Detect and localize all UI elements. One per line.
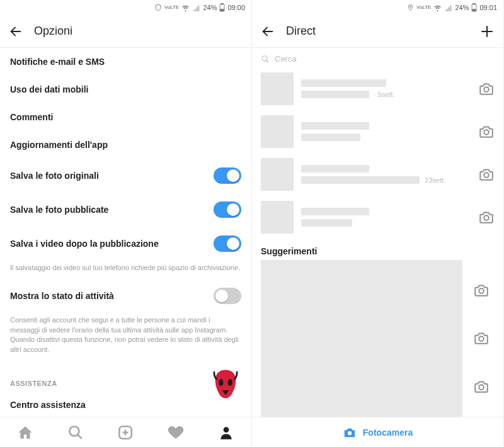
camera-icon[interactable] [478,166,495,183]
volte-indicator: VoLTE [164,5,179,10]
row-save-video: Salva i video dopo la pubblicazione [0,227,251,261]
dm-thread[interactable]: 23sett. [252,153,503,196]
thread-text [301,208,471,227]
row-data-usage[interactable]: Uso dei dati mobili [0,76,251,103]
svg-point-19 [262,55,267,60]
back-icon[interactable] [9,25,23,38]
mask-logo-icon [207,366,244,403]
suggestion-actions [462,260,503,417]
dm-thread[interactable] [252,196,503,239]
avatar [261,158,294,191]
label: Salva le foto originali [10,171,99,181]
battery-icon [471,3,477,12]
shield-icon [154,4,162,11]
toggle-activity-status[interactable] [214,288,241,304]
svg-point-23 [484,173,489,178]
suggestions-header: Suggerimenti [252,239,503,260]
wifi-icon [433,4,442,12]
avatar [261,72,294,105]
label: Centro assistenza [10,400,86,410]
svg-point-4 [219,379,223,386]
camera-button[interactable]: Fotocamera [252,417,503,447]
svg-point-25 [479,288,484,293]
svg-point-5 [228,379,232,386]
signal-icon [444,4,452,12]
label: Uso dei dati mobili [10,84,88,94]
svg-point-6 [69,426,79,436]
camera-icon[interactable] [473,378,490,395]
bottom-nav [0,417,251,447]
label: Commenti [10,112,53,122]
toggle-save-published[interactable] [214,201,241,218]
compose-icon[interactable] [479,24,495,39]
svg-point-11 [224,427,229,433]
caption-video-storage: Il salvataggio dei video sul tuo telefon… [0,261,251,279]
row-save-original: Salva le foto originali [0,159,251,193]
page-title: Opzioni [34,25,243,38]
row-comments[interactable]: Commenti [0,103,251,131]
camera-icon[interactable] [478,209,495,225]
svg-point-27 [479,385,484,390]
thread-text: · 5sett. [301,79,471,98]
svg-rect-2 [220,9,224,11]
thread-meta: 23sett. [425,176,445,184]
svg-rect-1 [221,3,224,4]
battery-percent: 24% [203,4,217,11]
svg-point-22 [484,130,489,135]
avatar [261,201,294,234]
wifi-icon [181,4,190,12]
back-icon[interactable] [261,25,275,38]
svg-rect-15 [472,9,476,11]
svg-point-12 [410,6,411,7]
caption-activity-status: Consenti agli account che segui e a tutt… [0,313,251,361]
options-screen: VoLTE 24% 09:00 Opzioni Notifiche e-mail… [0,0,252,447]
avatar [261,115,294,148]
nav-home-icon[interactable] [17,424,33,441]
dm-list: · 5sett. 23sett. [252,64,503,417]
status-time: 09:01 [479,4,497,11]
page-title: Direct [286,25,468,38]
camera-icon[interactable] [473,330,490,346]
direct-screen: VoLTE 24% 09:01 Direct Cerca [252,0,504,447]
volte-indicator: VoLTE [416,5,431,10]
row-email-sms[interactable]: Notifiche e-mail e SMS [0,48,251,76]
thread-text: 23sett. [301,165,471,184]
camera-icon[interactable] [473,282,490,298]
location-icon [407,4,414,11]
camera-icon[interactable] [478,81,495,97]
nav-search-icon[interactable] [67,424,84,441]
svg-point-21 [484,87,489,92]
nav-profile-icon[interactable] [218,424,234,441]
dm-thread[interactable] [252,110,503,153]
row-app-updates[interactable]: Aggiornamenti dell'app [0,131,251,159]
label: Salva i video dopo la pubblicazione [10,239,159,249]
toggle-save-video[interactable] [214,235,241,252]
status-time: 09:00 [227,4,245,11]
svg-line-20 [266,60,269,62]
app-bar: Opzioni [0,15,251,48]
label: Aggiornamenti dell'app [10,140,108,150]
thread-text [301,122,471,141]
svg-point-28 [348,431,352,434]
row-activity-status: Mostra lo stato di attività [0,279,251,313]
svg-rect-14 [473,3,476,4]
nav-add-icon[interactable] [117,424,134,441]
svg-point-24 [484,215,489,220]
label: Mostra lo stato di attività [10,291,114,301]
options-content: Notifiche e-mail e SMS Uso dei dati mobi… [0,48,251,417]
status-bar: VoLTE 24% 09:01 [252,0,503,15]
search-placeholder: Cerca [275,54,297,64]
nav-heart-icon[interactable] [168,424,184,441]
battery-icon [219,3,225,12]
row-save-published: Salva le foto pubblicate [0,193,251,227]
signal-icon [192,4,200,12]
suggestion-block[interactable] [261,260,462,417]
camera-icon[interactable] [478,123,495,140]
thread-meta: · 5sett. [374,91,395,98]
dm-thread[interactable]: · 5sett. [252,67,503,110]
app-bar: Direct [252,15,503,48]
search-bar[interactable]: Cerca [261,54,495,64]
toggle-save-original[interactable] [214,167,241,184]
svg-point-26 [479,337,484,342]
svg-line-7 [77,434,82,439]
